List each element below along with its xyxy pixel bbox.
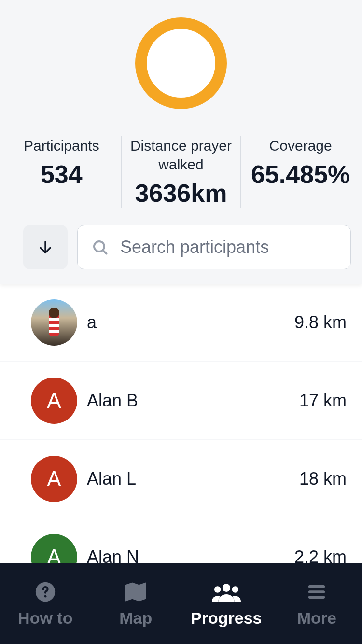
list-item[interactable]: AAlan L18 km [0, 440, 362, 518]
map-icon [123, 580, 148, 604]
stat-participants-label: Participants [6, 136, 117, 155]
nav-progress-label: Progress [191, 609, 262, 628]
stat-coverage-label: Coverage [245, 136, 356, 155]
nav-map[interactable]: Map [91, 563, 181, 644]
stat-coverage-value: 65.485% [245, 160, 356, 189]
people-icon [212, 580, 241, 604]
avatar: A [31, 378, 77, 424]
stat-participants: Participants 534 [2, 136, 121, 208]
svg-line-2 [103, 250, 106, 253]
progress-ring-container [0, 17, 362, 109]
search-icon [91, 238, 109, 256]
sort-button[interactable] [23, 225, 68, 269]
list-item[interactable]: AAlan B17 km [0, 362, 362, 439]
search-box[interactable] [77, 225, 351, 269]
nav-more-label: More [297, 609, 336, 628]
nav-more[interactable]: More [272, 563, 362, 644]
stat-participants-value: 534 [6, 160, 117, 189]
question-circle-icon [35, 580, 56, 604]
avatar [31, 299, 77, 346]
participant-distance: 9.8 km [294, 312, 347, 333]
arrow-down-icon [37, 239, 54, 255]
list-item[interactable]: a9.8 km [0, 284, 362, 361]
nav-howto[interactable]: How to [0, 563, 91, 644]
stats-row: Participants 534 Distance prayer walked … [0, 136, 362, 208]
avatar: A [31, 456, 77, 502]
participant-distance: 18 km [299, 469, 347, 489]
participant-name: a [87, 312, 285, 333]
menu-icon [306, 580, 327, 604]
stat-distance-label: Distance prayer walked [125, 136, 237, 174]
nav-progress[interactable]: Progress [181, 563, 272, 644]
progress-ring [135, 17, 227, 109]
nav-howto-label: How to [18, 609, 72, 628]
svg-point-6 [214, 586, 221, 592]
participant-name: Alan L [87, 469, 290, 489]
stat-distance-value: 3636km [125, 179, 237, 208]
svg-point-5 [222, 584, 230, 592]
svg-point-4 [44, 595, 46, 597]
search-row [0, 208, 362, 269]
nav-map-label: Map [119, 609, 152, 628]
header: Participants 534 Distance prayer walked … [0, 0, 362, 284]
search-input[interactable] [120, 237, 337, 257]
stat-distance: Distance prayer walked 3636km [121, 136, 241, 208]
participant-name: Alan B [87, 391, 290, 411]
participant-distance: 17 km [299, 391, 347, 411]
svg-point-7 [232, 586, 238, 592]
bottom-nav: How to Map [0, 563, 362, 644]
stat-coverage: Coverage 65.485% [240, 136, 360, 208]
